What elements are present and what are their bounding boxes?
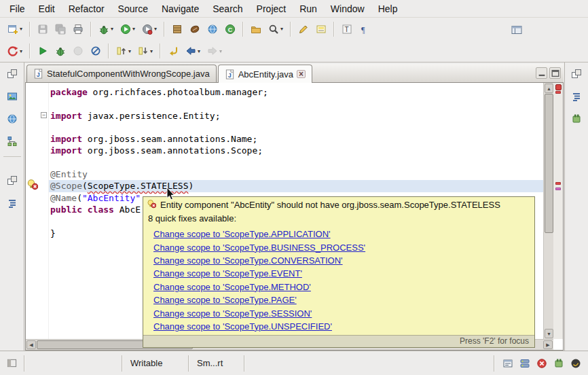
menu-project[interactable]: Project: [250, 0, 293, 17]
minimize-icon[interactable]: [536, 67, 547, 79]
tab-abcentity-java[interactable]: JAbcEntity.java×: [218, 65, 312, 83]
new-ejb-button[interactable]: [187, 20, 203, 38]
menu-window[interactable]: Window: [324, 0, 371, 17]
back-button[interactable]: ▾: [183, 42, 203, 60]
skip-breakpoints-button[interactable]: [88, 42, 104, 60]
show-whitespace-button[interactable]: ¶: [356, 20, 373, 38]
back-dropdown-arrow[interactable]: ▾: [198, 48, 200, 54]
web-browser-button[interactable]: [4, 111, 20, 126]
tab-statefulcomponentwithwrongscope-java[interactable]: JStatefulComponentWithWrongScope.java: [26, 65, 217, 82]
quickfix-link-6[interactable]: Change scope to 'ScopeType.PAGE': [153, 295, 297, 305]
quickfix-link-2[interactable]: Change scope to 'ScopeType.BUSINESS_PROC…: [153, 243, 365, 253]
type-hierarchy-button[interactable]: [4, 134, 20, 149]
external-tools-button[interactable]: ▾: [139, 20, 160, 38]
show-source-button[interactable]: T: [339, 20, 355, 38]
new-web-service-button[interactable]: [204, 20, 221, 38]
previous-annotation-button[interactable]: ▾: [113, 42, 134, 60]
last-edit-location-button[interactable]: [165, 42, 181, 60]
debug-dropdown-arrow[interactable]: ▾: [111, 26, 113, 32]
vertical-scrollbar[interactable]: ▲ ▼: [543, 83, 553, 339]
scroll-left-icon[interactable]: ◀: [26, 340, 36, 349]
quickfix-link-1[interactable]: Change scope to 'ScopeType.APPLICATION': [153, 229, 331, 239]
error-quickfix-icon[interactable]: [26, 179, 39, 190]
next-annotation-dropdown-arrow[interactable]: ▾: [150, 48, 153, 54]
run-dropdown-arrow[interactable]: ▾: [132, 26, 135, 32]
debug-button[interactable]: ▾: [96, 20, 116, 38]
error-log-icon[interactable]: [536, 358, 547, 369]
code-line-9[interactable]: @Scope(ScopeType.STATELESS): [49, 180, 543, 192]
folding-column: −: [39, 83, 49, 339]
code-line-4[interactable]: [49, 122, 543, 133]
new-class-button[interactable]: C: [222, 20, 238, 38]
collapse-icon[interactable]: −: [41, 112, 47, 118]
run-last-button[interactable]: [35, 42, 51, 60]
quickfix-link-8[interactable]: Change scope to 'ScopeType.UNSPECIFIED': [153, 321, 332, 332]
previous-annotation-dropdown-arrow[interactable]: ▾: [128, 48, 131, 54]
scroll-right-icon[interactable]: ▶: [543, 340, 553, 349]
scroll-up-icon[interactable]: ▲: [545, 84, 553, 93]
code-line-6[interactable]: import org.jboss.seam.annotations.Scope;: [49, 145, 543, 156]
menu-run[interactable]: Run: [293, 0, 324, 17]
code-line-5[interactable]: import org.jboss.seam.annotations.Name;: [49, 133, 543, 145]
menu-edit[interactable]: Edit: [32, 0, 62, 17]
package-explorer-button[interactable]: [4, 89, 20, 104]
mark-occurrences-button[interactable]: [295, 20, 312, 38]
plugin-registry-icon[interactable]: [553, 358, 564, 369]
palette-button[interactable]: [568, 111, 585, 126]
code-segment: ): [189, 181, 194, 191]
code-line-1[interactable]: package org.richfaces.photoalbum.manager…: [49, 86, 543, 98]
new-jar-button[interactable]: [169, 20, 185, 38]
overview-mark[interactable]: [555, 188, 561, 190]
code-line-8[interactable]: @Entity: [49, 168, 543, 180]
seam-refresh-button[interactable]: ▾: [5, 42, 25, 60]
seam-refresh-dropdown-arrow[interactable]: ▾: [20, 48, 22, 54]
next-annotation-button[interactable]: ▾: [135, 42, 155, 60]
menu-refactor[interactable]: Refactor: [62, 0, 111, 17]
debug-last-button[interactable]: [52, 42, 69, 60]
menu-search[interactable]: Search: [206, 0, 249, 17]
overview-ruler[interactable]: [553, 83, 563, 339]
code-line-7[interactable]: [49, 157, 543, 168]
print-button[interactable]: [70, 20, 86, 38]
new-wizard-dropdown-arrow[interactable]: ▾: [20, 26, 22, 32]
trim-stack-icon[interactable]: [0, 358, 23, 368]
menu-file[interactable]: File: [3, 0, 32, 17]
code-segment: import: [50, 111, 82, 121]
code-line-3[interactable]: import javax.persistence.Entity;: [49, 110, 543, 122]
console-icon[interactable]: [502, 358, 513, 369]
vertical-scrollbar-thumb[interactable]: [545, 94, 553, 233]
search-button[interactable]: ▾: [265, 20, 286, 38]
menu-navigate[interactable]: Navigate: [155, 0, 206, 17]
overview-mark[interactable]: [555, 91, 561, 94]
run-button[interactable]: ▾: [117, 20, 138, 38]
forward-dropdown-arrow[interactable]: ▾: [219, 48, 222, 54]
code-line-2[interactable]: [49, 98, 543, 109]
menu-help[interactable]: Help: [371, 0, 405, 17]
jbossIcn-glyph: [570, 358, 581, 369]
quickfix-list: Change scope to 'ScopeType.APPLICATION'C…: [143, 224, 534, 333]
external-tools-dropdown-arrow[interactable]: ▾: [154, 26, 157, 32]
quickfix-link-4[interactable]: Change scope to 'ScopeType.EVENT': [153, 268, 302, 279]
new-wizard-button[interactable]: ▾: [5, 20, 25, 38]
restore-views-button[interactable]: [4, 67, 20, 82]
save-all-icon: [55, 24, 66, 35]
restore-right-views-button[interactable]: [568, 67, 585, 82]
tab-close-icon[interactable]: ×: [297, 70, 306, 78]
outline-button[interactable]: [4, 196, 20, 211]
outline-view-button[interactable]: [568, 89, 585, 104]
restore-outline-button[interactable]: [4, 173, 20, 188]
server-status-icon[interactable]: [519, 358, 530, 369]
externalize-strings-button[interactable]: [313, 20, 329, 38]
quickfix-link-7[interactable]: Change scope to 'ScopeType.SESSION': [153, 308, 312, 319]
scroll-down-icon[interactable]: ▼: [545, 329, 553, 338]
search-dropdown-arrow[interactable]: ▾: [280, 26, 283, 32]
open-resource-button[interactable]: [248, 20, 264, 38]
jboss-central-icon[interactable]: [570, 358, 581, 369]
quickfix-link-5[interactable]: Change scope to 'ScopeType.METHOD': [153, 282, 311, 292]
menu-source[interactable]: Source: [111, 0, 155, 17]
overview-mark[interactable]: [555, 182, 561, 185]
maximize-icon[interactable]: [549, 67, 561, 79]
overview-error-indicator[interactable]: [555, 84, 562, 90]
quickfix-link-3[interactable]: Change scope to 'ScopeType.CONVERSATION': [153, 255, 343, 266]
open-perspective-button[interactable]: [509, 21, 525, 39]
